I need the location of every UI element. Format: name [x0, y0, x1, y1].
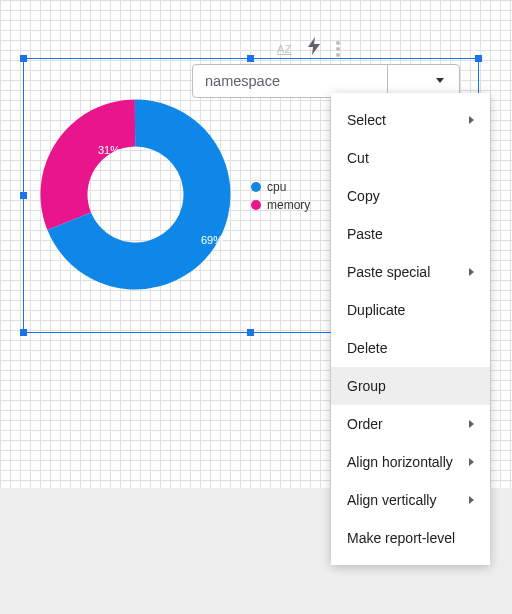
slice-label-memory: 31% — [98, 144, 120, 156]
menu-item-copy[interactable]: Copy — [331, 177, 490, 215]
chevron-down-icon — [436, 78, 444, 83]
legend-item-cpu: cpu — [251, 180, 310, 194]
resize-handle-tm[interactable] — [247, 55, 254, 62]
menu-item-label: Group — [347, 378, 386, 394]
menu-item-label: Align vertically — [347, 492, 436, 508]
context-menu[interactable]: SelectCutCopyPastePaste specialDuplicate… — [331, 93, 490, 565]
submenu-arrow-icon — [469, 496, 474, 504]
menu-item-align-vertically[interactable]: Align vertically — [331, 481, 490, 519]
submenu-arrow-icon — [469, 116, 474, 124]
menu-item-label: Duplicate — [347, 302, 405, 318]
menu-item-duplicate[interactable]: Duplicate — [331, 291, 490, 329]
menu-item-label: Select — [347, 112, 386, 128]
legend-swatch-memory — [251, 200, 261, 210]
chart-legend: cpu memory — [251, 180, 310, 216]
menu-item-group[interactable]: Group — [331, 367, 490, 405]
sort-az-button[interactable]: AZ — [277, 43, 292, 55]
donut-slice — [41, 100, 136, 231]
resize-handle-tr[interactable] — [475, 55, 482, 62]
menu-item-label: Paste special — [347, 264, 430, 280]
svg-point-0 — [336, 41, 340, 45]
legend-label: cpu — [267, 180, 286, 194]
legend-item-memory: memory — [251, 198, 310, 212]
resize-handle-tl[interactable] — [20, 55, 27, 62]
menu-item-label: Delete — [347, 340, 387, 356]
menu-item-make-report-level[interactable]: Make report-level — [331, 519, 490, 557]
menu-item-label: Make report-level — [347, 530, 455, 546]
slice-label-cpu: 69% — [201, 234, 223, 246]
submenu-arrow-icon — [469, 268, 474, 276]
menu-item-paste-special[interactable]: Paste special — [331, 253, 490, 291]
legend-swatch-cpu — [251, 182, 261, 192]
menu-item-label: Order — [347, 416, 383, 432]
menu-item-select[interactable]: Select — [331, 101, 490, 139]
svg-point-1 — [336, 47, 340, 51]
submenu-arrow-icon — [469, 420, 474, 428]
menu-item-label: Copy — [347, 188, 380, 204]
mini-toolbar: AZ — [277, 37, 340, 60]
menu-item-delete[interactable]: Delete — [331, 329, 490, 367]
menu-item-label: Align horizontally — [347, 454, 453, 470]
resize-handle-ml[interactable] — [20, 192, 27, 199]
menu-item-paste[interactable]: Paste — [331, 215, 490, 253]
menu-item-label: Paste — [347, 226, 383, 242]
menu-item-order[interactable]: Order — [331, 405, 490, 443]
menu-item-align-horizontally[interactable]: Align horizontally — [331, 443, 490, 481]
legend-label: memory — [267, 198, 310, 212]
dropdown-label: namespace — [205, 73, 280, 89]
resize-handle-bl[interactable] — [20, 329, 27, 336]
menu-item-cut[interactable]: Cut — [331, 139, 490, 177]
more-options-icon[interactable] — [336, 41, 340, 57]
menu-item-label: Cut — [347, 150, 369, 166]
donut-chart[interactable]: 31% 69% — [33, 92, 238, 301]
bolt-icon[interactable] — [308, 37, 320, 60]
submenu-arrow-icon — [469, 458, 474, 466]
svg-point-2 — [336, 53, 340, 57]
resize-handle-bm[interactable] — [247, 329, 254, 336]
